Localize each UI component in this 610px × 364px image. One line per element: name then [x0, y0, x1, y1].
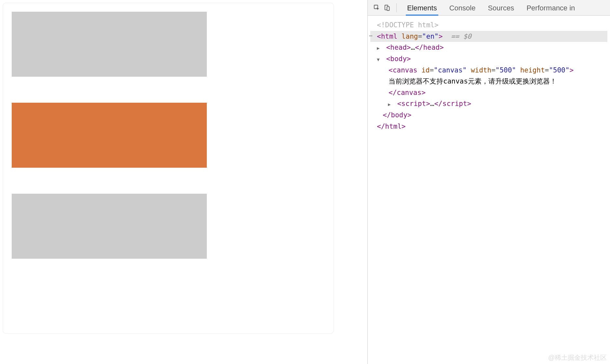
dom-head[interactable]: ▶ <head>…</head>: [370, 42, 607, 53]
dom-canvas-open[interactable]: <canvas id="canvas" width="500" height="…: [370, 65, 607, 76]
canvas-rect-3: [12, 194, 207, 259]
disclosure-right-icon[interactable]: ▶: [377, 45, 381, 52]
inspect-element-icon[interactable]: [373, 4, 381, 12]
ellipsis-icon: ⋯: [369, 31, 372, 41]
canvas-preview: [3, 3, 333, 333]
device-toggle-icon[interactable]: [383, 4, 391, 12]
disclosure-right-icon[interactable]: ▶: [388, 101, 392, 108]
dom-body-close[interactable]: </body>: [370, 110, 607, 121]
devtools-panel: Elements Console Sources Performance in …: [367, 0, 610, 364]
dom-canvas-close[interactable]: </canvas>: [370, 87, 607, 98]
disclosure-down-icon[interactable]: ▼: [377, 56, 381, 63]
watermark: @稀土掘金技术社区: [548, 353, 607, 362]
devtools-toolbar: Elements Console Sources Performance in: [368, 0, 610, 16]
dom-html-close[interactable]: </html>: [370, 121, 607, 132]
dom-tree[interactable]: <!DOCTYPE html> ⋯ <html lang="en"> == $0…: [368, 16, 610, 136]
dom-doctype[interactable]: <!DOCTYPE html>: [370, 20, 607, 31]
toolbar-divider: [396, 3, 397, 12]
dom-script[interactable]: ▶ <script>…</script>: [370, 98, 607, 110]
tab-sources[interactable]: Sources: [486, 1, 515, 15]
dom-canvas-fallback-text[interactable]: 当前浏览器不支持canvas元素，请升级或更换浏览器！: [370, 76, 607, 87]
tab-performance[interactable]: Performance in: [525, 1, 576, 15]
svg-rect-2: [387, 6, 389, 10]
tab-elements[interactable]: Elements: [406, 1, 438, 15]
canvas-rect-2: [12, 103, 207, 168]
devtools-tabs: Elements Console Sources Performance in: [406, 1, 576, 15]
tab-console[interactable]: Console: [448, 1, 477, 15]
dom-html-open[interactable]: ⋯ <html lang="en"> == $0: [370, 31, 607, 42]
canvas-rect-1: [12, 12, 207, 77]
page-preview-panel: [0, 0, 367, 364]
dom-body-open[interactable]: ▼ <body>: [370, 53, 607, 65]
